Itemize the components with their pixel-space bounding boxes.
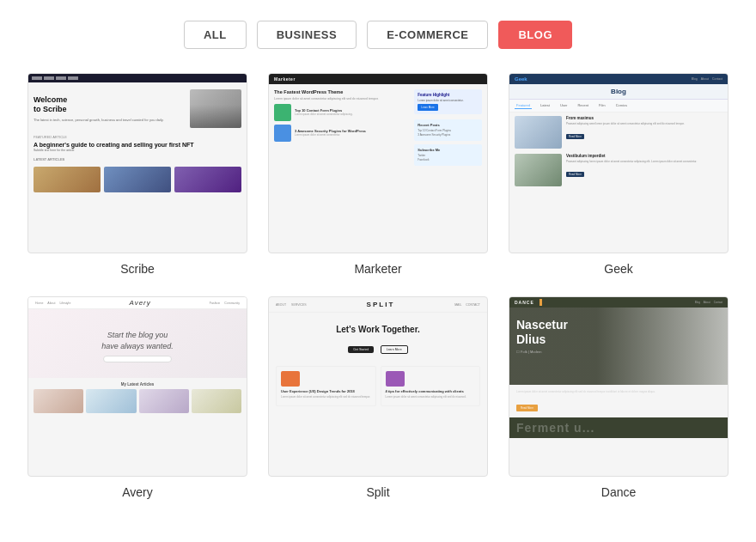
dance-hero-content: NasceturDlius ☐ Folk | Modern xyxy=(516,318,721,354)
marketer-learn-more: Learn More xyxy=(418,104,437,111)
theme-card-marketer[interactable]: Marketer The Fastest WordPress Theme Lor… xyxy=(268,73,488,276)
avery-nav: Home About Lifestyle Avery Fashion Commu… xyxy=(28,297,247,309)
avery-nav-link-5: Community xyxy=(224,301,240,305)
scribe-thumb-1 xyxy=(34,167,101,192)
geek-article-2-content: Vestibulum imperdiet Praesent adipiscing… xyxy=(566,154,722,186)
geek-tab-film: Film xyxy=(597,102,607,109)
marketer-icon-green xyxy=(274,104,291,121)
scribe-hero: Welcometo Scribe The latest in tech, sci… xyxy=(28,82,247,135)
marketer-card-1: Top 10 Contact Form Plugins Lorem ipsum … xyxy=(274,104,409,121)
geek-tab-comics: Comics xyxy=(614,102,629,109)
geek-blog-title: Blog xyxy=(509,84,728,100)
avery-search-bar xyxy=(103,356,172,362)
geek-article-2-text: Praesent adipiscing lorem ipsum dolor si… xyxy=(566,160,722,163)
dance-hero-subtitle: ☐ Folk | Modern xyxy=(516,350,721,354)
split-logo: SPLIT xyxy=(367,301,395,308)
theme-grid: Welcometo Scribe The latest in tech, sci… xyxy=(0,66,756,527)
split-hero-title: Let's Work Together. xyxy=(276,325,480,334)
marketer-highlight: Feature Highlight Lorem ipsum dolor sit … xyxy=(414,89,482,114)
split-secondary-btn: Learn More xyxy=(381,345,408,354)
split-nav: ABOUT SERVICES SPLIT MAIL CONTACT xyxy=(269,297,487,313)
geek-article-1-text: Praesent adipiscing amet lorem ipsum dol… xyxy=(566,122,722,125)
geek-read-more-2: Read More xyxy=(566,172,584,177)
split-nav-about: ABOUT xyxy=(276,303,286,307)
marketer-subscribe: Subscribe Me Twitter Facebook xyxy=(414,144,482,166)
geek-tab-latest: Latest xyxy=(539,102,552,109)
avery-logo: Avery xyxy=(129,299,150,307)
geek-preview: Geek Blog About Contact Blog Featured La… xyxy=(509,73,729,253)
theme-card-dance[interactable]: DANCE Blog About Contact NasceturDlius ☐… xyxy=(509,296,729,499)
theme-card-split[interactable]: ABOUT SERVICES SPLIT MAIL CONTACT Let's … xyxy=(268,296,488,499)
geek-article-1-title: From maximus xyxy=(566,116,722,120)
marketer-theme-name: Marketer xyxy=(354,262,401,276)
filter-bar: ALL BUSINESS E-COMMERCE BLOG xyxy=(0,0,756,66)
split-nav-mail: MAIL xyxy=(454,303,461,307)
dance-read-more: Read More xyxy=(516,405,538,411)
split-preview: ABOUT SERVICES SPLIT MAIL CONTACT Let's … xyxy=(268,296,488,477)
scribe-thumb-2 xyxy=(104,167,171,192)
marketer-facebook: Facebook xyxy=(418,158,479,161)
marketer-twitter: Twitter xyxy=(418,154,479,157)
geek-tabs: Featured Latest User Recent Film Comics xyxy=(509,100,728,113)
avery-post-2 xyxy=(86,389,136,413)
theme-card-avery[interactable]: Home About Lifestyle Avery Fashion Commu… xyxy=(27,296,247,499)
split-card-1-text: Lorem ipsum dolor sit amet consectetur a… xyxy=(281,395,371,399)
scribe-articles-row xyxy=(28,163,247,196)
scribe-article-title: A beginner's guide to creating and selli… xyxy=(28,141,247,149)
avery-preview: Home About Lifestyle Avery Fashion Commu… xyxy=(27,296,247,477)
scribe-nav xyxy=(28,74,247,82)
theme-card-geek[interactable]: Geek Blog About Contact Blog Featured La… xyxy=(509,73,729,276)
avery-post-3 xyxy=(139,389,189,413)
marketer-post-2: 3 Awesome Security Plugins xyxy=(418,133,479,137)
marketer-nav: Marketer xyxy=(269,74,487,84)
marketer-preview: Marketer The Fastest WordPress Theme Lor… xyxy=(268,73,488,253)
scribe-hero-title: Welcometo Scribe xyxy=(34,95,185,115)
marketer-main: The Fastest WordPress Theme Lorem ipsum … xyxy=(274,89,409,169)
avery-theme-name: Avery xyxy=(122,485,153,499)
filter-business[interactable]: BUSINESS xyxy=(257,21,357,49)
marketer-highlight-title: Feature Highlight xyxy=(418,93,479,97)
geek-articles: From maximus Praesent adipiscing amet lo… xyxy=(509,113,728,190)
marketer-recent-title: Recent Posts xyxy=(418,123,479,127)
dance-nav-link-3: Contact xyxy=(714,301,722,304)
split-card-2-icon xyxy=(386,371,405,387)
split-card-2-text: Lorem ipsum dolor sit amet consectetur a… xyxy=(386,395,476,399)
avery-nav-link-4: Fashion xyxy=(210,301,220,305)
dance-nav-link-1: Blog xyxy=(695,301,700,304)
avery-hero: Start the blog youhave always wanted. xyxy=(28,309,247,378)
filter-all[interactable]: ALL xyxy=(184,21,247,49)
avery-nav-right-links: Fashion Community xyxy=(210,301,240,305)
avery-nav-link-1: Home xyxy=(35,301,43,305)
geek-nav-link-2: About xyxy=(701,77,709,81)
dance-nav: DANCE Blog About Contact xyxy=(509,297,728,308)
avery-nav-link-2: About xyxy=(47,301,55,305)
avery-nav-link-3: Lifestyle xyxy=(60,301,71,305)
filter-blog[interactable]: BLOG xyxy=(498,21,572,49)
dance-body: Lorem ipsum dolor sit amet consectetur a… xyxy=(509,385,728,417)
geek-nav-links: Blog About Contact xyxy=(692,77,722,81)
scribe-theme-name: Scribe xyxy=(120,262,155,276)
scribe-article-sub: Subtitle text here for the article xyxy=(28,149,247,152)
marketer-card-1-text: Lorem ipsum dolor sit amet consectetur a… xyxy=(295,113,409,116)
split-card-1-title: User Experience (UX) Design Trends for 2… xyxy=(281,389,371,393)
split-nav-services: SERVICES xyxy=(291,303,307,307)
geek-nav-link-1: Blog xyxy=(692,77,698,81)
dance-theme-name: Dance xyxy=(601,485,636,499)
geek-tab-recent: Recent xyxy=(576,102,590,109)
split-card-1-icon xyxy=(281,371,300,387)
filter-ecommerce[interactable]: E-COMMERCE xyxy=(367,21,488,49)
avery-latest-label: My Latest Articles xyxy=(34,382,241,387)
geek-logo: Geek xyxy=(515,76,527,82)
scribe-thumb-3 xyxy=(174,167,241,192)
geek-article-1-image xyxy=(515,116,562,149)
split-primary-btn: Get Started xyxy=(348,346,374,353)
theme-card-scribe[interactable]: Welcometo Scribe The latest in tech, sci… xyxy=(27,73,247,276)
marketer-body: The Fastest WordPress Theme Lorem ipsum … xyxy=(269,84,487,174)
marketer-post-1: Top 10 Contact Form Plugins xyxy=(418,129,479,132)
scribe-preview: Welcometo Scribe The latest in tech, sci… xyxy=(27,73,247,253)
avery-bottom: My Latest Articles xyxy=(28,378,247,416)
split-card-1: User Experience (UX) Design Trends for 2… xyxy=(276,366,376,406)
geek-nav-link-3: Contact xyxy=(712,77,722,81)
dance-logo: DANCE xyxy=(515,300,534,305)
dance-nav-links: Blog About Contact xyxy=(695,301,722,304)
